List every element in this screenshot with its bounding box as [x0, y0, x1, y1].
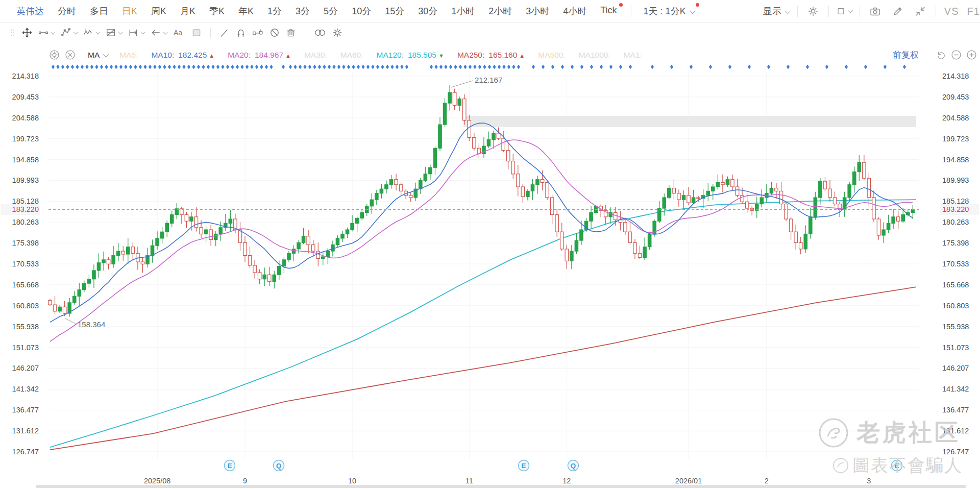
period-tab-4小时[interactable]: 4小时 — [563, 5, 586, 17]
note-diamond-icon[interactable] — [71, 65, 74, 69]
note-diamond-icon[interactable] — [517, 65, 520, 69]
note-diamond-icon[interactable] — [236, 65, 239, 69]
event-marker-Q[interactable]: Q — [568, 460, 579, 471]
note-diamond-icon[interactable] — [551, 65, 554, 69]
note-diamond-icon[interactable] — [134, 65, 137, 69]
note-diamond-icon[interactable] — [670, 65, 673, 69]
note-diamond-icon[interactable] — [240, 65, 243, 69]
note-diamond-icon[interactable] — [845, 65, 848, 69]
event-marker-E[interactable]: E — [892, 460, 902, 471]
note-diamond-icon[interactable] — [400, 65, 403, 69]
note-diamond-icon[interactable] — [787, 65, 790, 69]
note-diamond-icon[interactable] — [129, 65, 132, 69]
note-diamond-icon[interactable] — [153, 65, 156, 69]
note-diamond-icon[interactable] — [337, 65, 340, 69]
period-tab-分时[interactable]: 分时 — [58, 5, 76, 17]
note-diamond-icon[interactable] — [386, 65, 389, 69]
note-diamond-icon[interactable] — [590, 65, 593, 69]
note-diamond-icon[interactable] — [289, 65, 292, 69]
note-diamond-icon[interactable] — [318, 65, 321, 69]
period-tab-30分[interactable]: 30分 — [418, 5, 437, 17]
note-diamond-icon[interactable] — [469, 65, 472, 69]
note-diamond-icon[interactable] — [690, 65, 693, 69]
note-diamond-icon[interactable] — [361, 65, 364, 69]
note-diamond-icon[interactable] — [139, 65, 142, 69]
period-tab-3分[interactable]: 3分 — [296, 5, 310, 17]
note-diamond-icon[interactable] — [507, 65, 510, 69]
note-diamond-icon[interactable] — [439, 65, 443, 69]
text-tool-icon[interactable]: Aa — [170, 26, 188, 40]
note-diamond-icon[interactable] — [498, 65, 501, 69]
note-diamond-icon[interactable] — [124, 65, 127, 69]
zoom-out-icon[interactable] — [951, 50, 962, 60]
arrow-tool-icon[interactable] — [148, 26, 169, 40]
note-diamond-icon[interactable] — [376, 65, 379, 69]
note-diamond-icon[interactable] — [449, 65, 452, 69]
ma-selector[interactable]: MA — [88, 51, 107, 60]
note-diamond-icon[interactable] — [187, 65, 190, 69]
note-diamond-icon[interactable] — [66, 65, 69, 69]
note-diamond-icon[interactable] — [512, 65, 515, 69]
note-diamond-icon[interactable] — [192, 65, 195, 69]
note-diamond-icon[interactable] — [313, 65, 316, 69]
adjust-mode-button[interactable]: 前复权 — [893, 49, 919, 61]
note-diamond-icon[interactable] — [173, 65, 176, 69]
note-diamond-icon[interactable] — [119, 65, 122, 69]
note-diamond-icon[interactable] — [110, 65, 113, 69]
note-diamond-icon[interactable] — [390, 65, 394, 69]
note-diamond-icon[interactable] — [396, 65, 399, 69]
note-diamond-icon[interactable] — [85, 65, 88, 69]
continuous-tool-icon[interactable] — [250, 26, 266, 40]
ma-item-MA5[interactable]: MA5: — [119, 51, 138, 60]
note-diamond-icon[interactable] — [168, 65, 171, 69]
wave-tool-icon[interactable]: 1 — [81, 26, 102, 40]
trash-tool-icon[interactable] — [283, 26, 299, 40]
note-diamond-icon[interactable] — [299, 65, 302, 69]
note-diamond-icon[interactable] — [303, 65, 306, 69]
note-diamond-icon[interactable] — [76, 65, 79, 69]
settings-gear-icon[interactable] — [806, 4, 820, 18]
period-tab-月K[interactable]: 月K — [180, 5, 195, 17]
brush-tool-icon[interactable] — [217, 26, 232, 40]
note-diamond-icon[interactable] — [207, 65, 210, 69]
note-diamond-icon[interactable] — [825, 65, 828, 69]
ma-item-MA20[interactable]: MA20:184.967▲ — [228, 51, 291, 60]
trend-line-tool-icon[interactable] — [36, 26, 57, 40]
camera-icon[interactable] — [868, 4, 883, 18]
event-marker-E[interactable]: E — [519, 460, 529, 471]
note-diamond-icon[interactable] — [434, 65, 437, 69]
note-diamond-icon[interactable] — [61, 65, 64, 69]
note-diamond-icon[interactable] — [197, 65, 200, 69]
note-diamond-icon[interactable] — [270, 65, 273, 69]
note-diamond-icon[interactable] — [488, 65, 491, 69]
note-diamond-icon[interactable] — [864, 65, 867, 69]
note-diamond-icon[interactable] — [463, 65, 467, 69]
note-diamond-icon[interactable] — [265, 65, 268, 69]
note-diamond-icon[interactable] — [651, 65, 654, 69]
note-diamond-icon[interactable] — [483, 65, 486, 69]
period-tab-5分[interactable]: 5分 — [324, 5, 338, 17]
ma-item-MA30[interactable]: MA30: — [304, 51, 327, 60]
note-diamond-icon[interactable] — [328, 65, 331, 69]
ma-item-MA120[interactable]: MA120:185.505▼ — [377, 51, 444, 60]
note-diamond-icon[interactable] — [114, 65, 117, 69]
note-diamond-icon[interactable] — [459, 65, 462, 69]
period-tab-15分[interactable]: 15分 — [385, 5, 404, 17]
note-diamond-icon[interactable] — [211, 65, 214, 69]
note-diamond-icon[interactable] — [728, 65, 731, 69]
note-diamond-icon[interactable] — [473, 65, 476, 69]
note-diamond-icon[interactable] — [366, 65, 370, 69]
period-tab-日K[interactable]: 日K — [122, 5, 137, 17]
note-diamond-icon[interactable] — [332, 65, 335, 69]
ma-item-MA250[interactable]: MA250:165.160▲ — [457, 51, 525, 60]
note-diamond-icon[interactable] — [52, 65, 55, 69]
period-tab-1分[interactable]: 1分 — [267, 5, 282, 17]
note-diamond-icon[interactable] — [619, 65, 622, 69]
note-diamond-icon[interactable] — [105, 65, 108, 69]
move-tool-icon[interactable] — [19, 26, 35, 40]
layout-dropdown[interactable] — [837, 4, 851, 18]
note-diamond-icon[interactable] — [143, 65, 146, 69]
ban-tool-icon[interactable] — [267, 26, 282, 40]
f10-button[interactable]: F10 — [967, 6, 980, 17]
mirror-tool-icon[interactable] — [311, 26, 329, 40]
